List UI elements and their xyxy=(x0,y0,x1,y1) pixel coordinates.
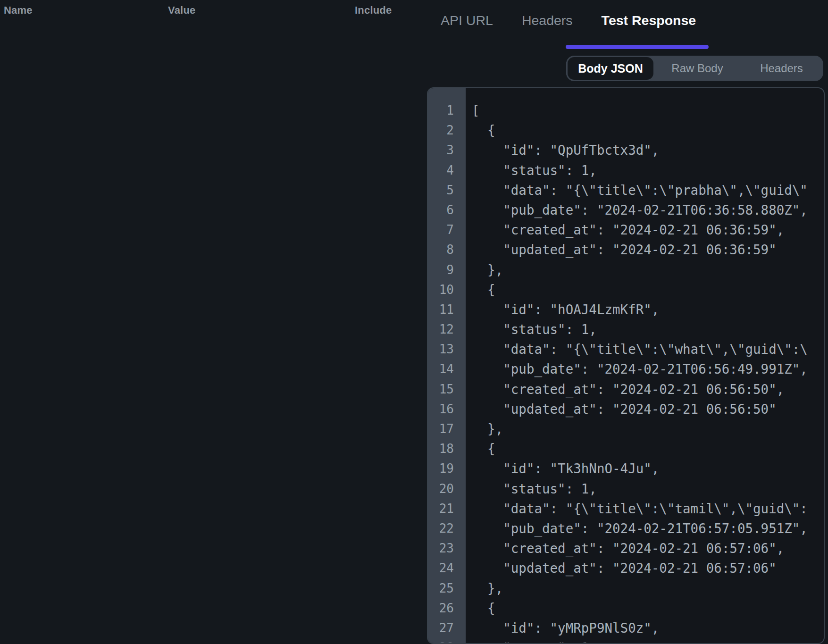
response-json-editor[interactable]: 1[2 {3 "id": "QpUfTbctx3d",4 "status": 1… xyxy=(427,87,825,644)
tab-test-response[interactable]: Test Response xyxy=(602,13,696,28)
line-number: 28 xyxy=(428,638,466,644)
tab-bar: API URL Headers Test Response xyxy=(441,13,696,28)
line-number: 25 xyxy=(428,578,466,598)
code-line[interactable]: "created_at": "2024-02-21 06:36:59", xyxy=(466,220,784,240)
code-row: 12 "status": 1, xyxy=(428,319,824,339)
line-number: 2 xyxy=(428,120,466,140)
code-line[interactable]: "id": "yMRpP9NlS0z", xyxy=(466,618,659,638)
code-row: 27 "id": "yMRpP9NlS0z", xyxy=(428,618,824,638)
line-number: 12 xyxy=(428,319,466,339)
line-number: 17 xyxy=(428,419,466,439)
line-number: 3 xyxy=(428,140,466,160)
code-row: 25 }, xyxy=(428,578,824,598)
tab-api-url[interactable]: API URL xyxy=(441,13,493,28)
code-row: 20 "status": 1, xyxy=(428,479,824,499)
code-line[interactable]: }, xyxy=(466,260,503,280)
code-line[interactable]: "updated_at": "2024-02-21 06:56:50" xyxy=(466,399,777,419)
line-number: 9 xyxy=(428,260,466,280)
api-tool-page: Name Value Include API URL Headers Test … xyxy=(0,0,828,644)
code-row: 22 "pub_date": "2024-02-21T06:57:05.951Z… xyxy=(428,519,824,538)
code-line[interactable]: "status": 1, xyxy=(466,638,597,644)
code-row: 2 { xyxy=(428,120,824,140)
response-view-toggle: Body JSON Raw Body Headers xyxy=(566,56,823,81)
code-line[interactable]: "data": "{\"title\":\"prabha\",\"guid\" xyxy=(466,180,808,200)
code-line[interactable]: "status": 1, xyxy=(466,319,597,339)
line-number: 20 xyxy=(428,479,466,499)
code-row: 14 "pub_date": "2024-02-21T06:56:49.991Z… xyxy=(428,359,824,379)
segment-body-json[interactable]: Body JSON xyxy=(566,56,655,81)
code-line[interactable]: "updated_at": "2024-02-21 06:57:06" xyxy=(466,558,777,578)
line-number: 13 xyxy=(428,339,466,359)
active-tab-indicator xyxy=(566,45,709,49)
code-line[interactable]: "id": "Tk3hNnO-4Ju", xyxy=(466,459,659,478)
line-number: 15 xyxy=(428,379,466,399)
code-row: 10 { xyxy=(428,280,824,300)
code-line[interactable]: "status": 1, xyxy=(466,160,597,180)
code-line[interactable]: { xyxy=(466,439,495,459)
code-row: 19 "id": "Tk3hNnO-4Ju", xyxy=(428,459,824,478)
line-number: 24 xyxy=(428,558,466,578)
code-line[interactable]: "created_at": "2024-02-21 06:56:50", xyxy=(466,379,784,399)
code-line[interactable]: { xyxy=(466,598,495,618)
line-number: 8 xyxy=(428,240,466,259)
code-row: 1[ xyxy=(428,100,824,120)
code-line[interactable]: "id": "QpUfTbctx3d", xyxy=(466,140,659,160)
line-number: 1 xyxy=(428,100,466,120)
line-number: 22 xyxy=(428,519,466,538)
code-line[interactable]: }, xyxy=(466,419,503,439)
line-number: 26 xyxy=(428,598,466,618)
code-row: 23 "created_at": "2024-02-21 06:57:06", xyxy=(428,538,824,558)
code-row: 7 "created_at": "2024-02-21 06:36:59", xyxy=(428,220,824,240)
code-line[interactable]: }, xyxy=(466,578,503,598)
line-number: 14 xyxy=(428,359,466,379)
code-row: 16 "updated_at": "2024-02-21 06:56:50" xyxy=(428,399,824,419)
params-column-include: Include xyxy=(355,4,392,17)
code-line[interactable]: "created_at": "2024-02-21 06:57:06", xyxy=(466,538,784,558)
code-row: 17 }, xyxy=(428,419,824,439)
code-row: 5 "data": "{\"title\":\"prabha\",\"guid\… xyxy=(428,180,824,200)
code-line[interactable]: "data": "{\"title\":\"tamil\",\"guid\": xyxy=(466,499,808,519)
code-row: 4 "status": 1, xyxy=(428,160,824,180)
code-row: 26 { xyxy=(428,598,824,618)
code-line[interactable]: "pub_date": "2024-02-21T06:36:58.880Z", xyxy=(466,200,808,220)
line-number: 21 xyxy=(428,499,466,519)
code-line[interactable]: [ xyxy=(466,100,480,120)
code-row: 11 "id": "hOAJ4LzmKfR", xyxy=(428,300,824,319)
code-row: 18 { xyxy=(428,439,824,459)
code-row: 3 "id": "QpUfTbctx3d", xyxy=(428,140,824,160)
code-line[interactable]: "pub_date": "2024-02-21T06:57:05.951Z", xyxy=(466,519,808,538)
code-row: 15 "created_at": "2024-02-21 06:56:50", xyxy=(428,379,824,399)
line-number: 10 xyxy=(428,280,466,300)
line-number: 5 xyxy=(428,180,466,200)
code-rows: 1[2 {3 "id": "QpUfTbctx3d",4 "status": 1… xyxy=(428,100,824,644)
code-row: 9 }, xyxy=(428,260,824,280)
code-row: 8 "updated_at": "2024-02-21 06:36:59" xyxy=(428,240,824,259)
line-number: 23 xyxy=(428,538,466,558)
segment-headers[interactable]: Headers xyxy=(740,56,823,81)
code-line[interactable]: "id": "hOAJ4LzmKfR", xyxy=(466,300,659,319)
line-number: 6 xyxy=(428,200,466,220)
code-row: 13 "data": "{\"title\":\"what\",\"guid\"… xyxy=(428,339,824,359)
params-column-value: Value xyxy=(168,4,195,17)
segment-raw-body[interactable]: Raw Body xyxy=(655,56,740,81)
line-number: 11 xyxy=(428,300,466,319)
code-row: 24 "updated_at": "2024-02-21 06:57:06" xyxy=(428,558,824,578)
code-line[interactable]: "updated_at": "2024-02-21 06:36:59" xyxy=(466,240,777,259)
line-number: 19 xyxy=(428,459,466,478)
code-line[interactable]: "pub_date": "2024-02-21T06:56:49.991Z", xyxy=(466,359,808,379)
code-line[interactable]: "data": "{\"title\":\"what\",\"guid\":\ xyxy=(466,339,808,359)
code-row: 21 "data": "{\"title\":\"tamil\",\"guid\… xyxy=(428,499,824,519)
line-number: 4 xyxy=(428,160,466,180)
line-number: 18 xyxy=(428,439,466,459)
code-line[interactable]: { xyxy=(466,120,495,140)
code-row: 28 "status": 1, xyxy=(428,638,824,644)
line-number: 7 xyxy=(428,220,466,240)
code-line[interactable]: "status": 1, xyxy=(466,479,597,499)
code-row: 6 "pub_date": "2024-02-21T06:36:58.880Z"… xyxy=(428,200,824,220)
tab-headers[interactable]: Headers xyxy=(522,13,573,28)
line-number: 16 xyxy=(428,399,466,419)
params-column-name: Name xyxy=(4,4,33,17)
code-line[interactable]: { xyxy=(466,280,495,300)
line-number: 27 xyxy=(428,618,466,638)
